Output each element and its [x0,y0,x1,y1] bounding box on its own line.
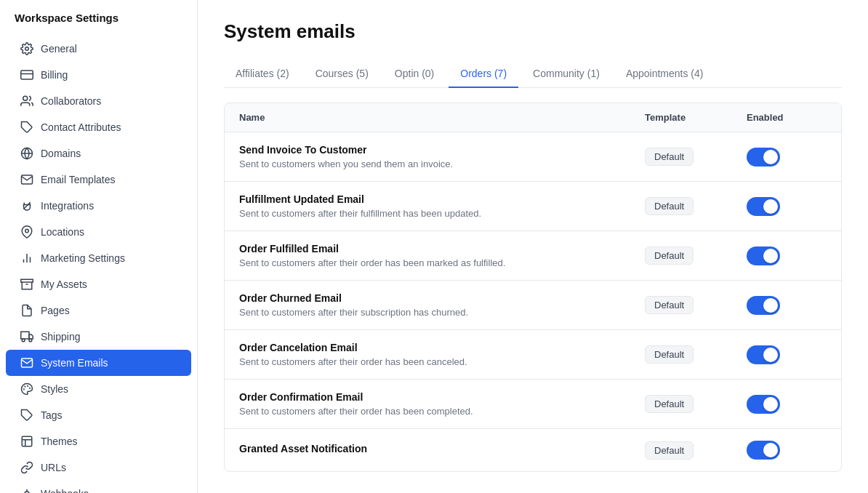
layout-icon [20,435,33,448]
tabs-bar: Affiliates (2)Courses (5)Optin (0)Orders… [224,60,842,88]
sidebar-item-email-templates[interactable]: Email Templates [6,167,191,193]
sidebar-item-locations[interactable]: Locations [6,219,191,245]
sidebar-item-my-assets[interactable]: My Assets [6,271,191,297]
template-badge[interactable]: Default [645,345,694,364]
tab-orders[interactable]: Orders (7) [449,60,518,88]
col-template: Template [645,112,747,123]
table-row: Fulfillment Updated EmailSent to custome… [225,182,841,231]
sidebar-item-label: Locations [41,226,84,238]
sidebar-item-label: Collaborators [41,95,101,107]
sidebar-item-shipping[interactable]: Shipping [6,324,191,350]
template-badge[interactable]: Default [645,296,694,314]
emails-table: Name Template Enabled Send Invoice To Cu… [224,103,842,472]
tag-icon [20,121,33,134]
email-desc: Sent to customers after their order has … [239,257,645,268]
tab-affiliates[interactable]: Affiliates (2) [224,60,301,88]
template-cell: Default [645,246,747,265]
svg-point-16 [29,339,32,342]
tab-optin[interactable]: Optin (0) [383,60,446,88]
email-name-cell: Fulfillment Updated EmailSent to custome… [239,193,645,219]
enabled-cell [747,345,827,364]
sidebar-item-label: Domains [41,148,81,159]
col-name: Name [239,112,645,123]
sidebar-item-system-emails[interactable]: System Emails [6,350,191,376]
tab-community[interactable]: Community (1) [521,60,611,88]
enabled-toggle[interactable] [747,148,780,167]
enabled-cell [747,197,827,216]
template-cell: Default [645,345,747,364]
email-desc: Sent to customers after their subscripti… [239,307,645,318]
users-icon [20,95,33,108]
enabled-toggle[interactable] [747,197,780,216]
email-name: Granted Asset Notification [239,443,645,454]
sidebar-item-billing[interactable]: Billing [6,62,191,88]
sidebar-item-styles[interactable]: Styles [6,376,191,402]
sidebar-item-tags[interactable]: Tags [6,402,191,428]
template-cell: Default [645,148,747,166]
tab-courses[interactable]: Courses (5) [304,60,380,88]
plug-icon [20,199,33,212]
template-badge[interactable]: Default [645,197,694,215]
sidebar-item-themes[interactable]: Themes [6,428,191,454]
email-name-cell: Order Confirmation EmailSent to customer… [239,391,645,417]
link-icon [20,461,33,474]
sidebar-item-webhooks[interactable]: Webhooks [6,481,191,493]
sidebar-item-label: URLs [41,462,66,473]
svg-point-0 [25,47,29,51]
table-row: Send Invoice To CustomerSent to customer… [225,132,841,182]
tab-appointments[interactable]: Appointments (4) [614,60,715,88]
template-badge[interactable]: Default [645,441,694,460]
sidebar-item-label: Pages [41,305,70,316]
svg-point-3 [23,96,28,100]
table-row: Order Confirmation EmailSent to customer… [225,380,841,429]
template-badge[interactable]: Default [645,246,694,265]
enabled-toggle[interactable] [747,296,780,315]
sidebar-item-label: Integrations [41,200,94,212]
template-badge[interactable]: Default [645,148,694,166]
bar-chart-icon [20,252,33,265]
enabled-toggle[interactable] [747,395,780,414]
settings-icon [20,42,33,55]
template-cell: Default [645,197,747,215]
enabled-toggle[interactable] [747,345,780,364]
svg-point-18 [30,388,31,389]
enabled-toggle[interactable] [747,441,780,460]
sidebar-item-general[interactable]: General [6,36,191,62]
email-name-cell: Send Invoice To CustomerSent to customer… [239,144,645,169]
sidebar-item-urls[interactable]: URLs [6,454,191,481]
enabled-cell [747,395,827,414]
svg-point-19 [25,386,25,387]
tag2-icon [20,409,33,422]
mail-icon [20,173,33,186]
template-badge[interactable]: Default [645,395,694,413]
sidebar-item-domains[interactable]: Domains [6,140,191,167]
email-name: Order Churned Email [239,292,645,304]
sidebar-item-pages[interactable]: Pages [6,297,191,324]
page-title: System emails [224,20,842,43]
email-name: Fulfillment Updated Email [239,193,645,205]
template-cell: Default [645,296,747,314]
enabled-cell [747,441,827,460]
sidebar-item-integrations[interactable]: Integrations [6,193,191,219]
globe-icon [20,147,33,160]
sidebar-item-marketing-settings[interactable]: Marketing Settings [6,245,191,271]
sidebar-item-contact-attributes[interactable]: Contact Attributes [6,114,191,140]
svg-rect-22 [22,436,32,446]
sidebar-item-collaborators[interactable]: Collaborators [6,88,191,114]
enabled-cell [747,246,827,265]
main-content: System emails Affiliates (2)Courses (5)O… [198,0,868,493]
table-header: Name Template Enabled [225,103,841,132]
email-desc: Sent to customers after their order has … [239,356,645,367]
table-row: Order Fulfilled EmailSent to customers a… [225,231,841,281]
email-desc: Sent to customers after their fulfillmen… [239,208,645,219]
palette-icon [20,382,33,396]
table-row: Granted Asset NotificationDefault [225,429,841,471]
enabled-toggle[interactable] [747,246,780,265]
svg-point-17 [28,386,28,387]
col-enabled: Enabled [747,112,827,123]
sidebar-item-label: System Emails [41,357,108,369]
svg-point-7 [25,229,29,233]
svg-rect-13 [21,332,29,339]
table-row: Order Cancelation EmailSent to customers… [225,330,841,380]
sidebar-item-label: Webhooks [41,488,89,493]
